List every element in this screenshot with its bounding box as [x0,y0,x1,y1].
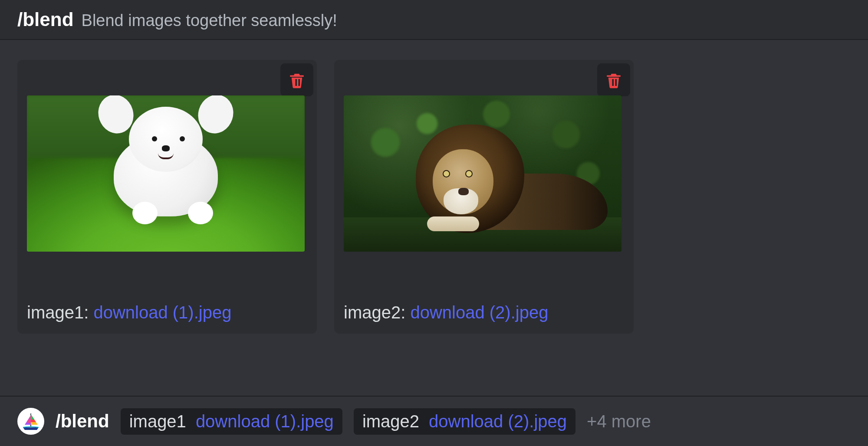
param-label: image1 [27,303,84,322]
trash-icon [605,71,623,89]
command-tooltip: /blend Blend images together seamlessly! [0,0,868,40]
attachment-preview[interactable] [344,95,621,252]
preview-image [344,95,621,252]
sailboat-icon [20,411,41,432]
param-label: image2 [344,303,401,322]
attachment-caption: image2: download (2).jpeg [344,303,624,324]
bot-avatar [17,408,44,435]
command-description: Blend images together seamlessly! [82,11,337,30]
param-value: download (1).jpeg [196,412,334,431]
param-pill[interactable]: image1 download (1).jpeg [121,408,342,435]
param-pill[interactable]: image2 download (2).jpeg [354,408,575,435]
filename-link[interactable]: download (1).jpeg [93,303,231,322]
attachments-area: image1: download (1).jpeg [0,40,868,396]
attachment-card: image2: download (2).jpeg [334,60,634,334]
filename-link[interactable]: download (2).jpeg [410,303,548,322]
attachment-caption: image1: download (1).jpeg [27,303,307,324]
delete-attachment-button[interactable] [280,63,313,96]
param-name: image2 [362,412,419,431]
command-input-bar[interactable]: /blend image1 download (1).jpeg image2 d… [0,396,868,446]
attachment-preview[interactable] [27,95,305,252]
input-command: /blend [56,411,109,432]
param-value: download (2).jpeg [429,412,567,431]
delete-attachment-button[interactable] [597,63,630,96]
command-name: /blend [17,9,74,30]
more-options[interactable]: +4 more [587,412,651,431]
preview-image [27,95,305,252]
trash-icon [288,71,306,89]
attachment-card: image1: download (1).jpeg [17,60,317,334]
param-name: image1 [129,412,186,431]
